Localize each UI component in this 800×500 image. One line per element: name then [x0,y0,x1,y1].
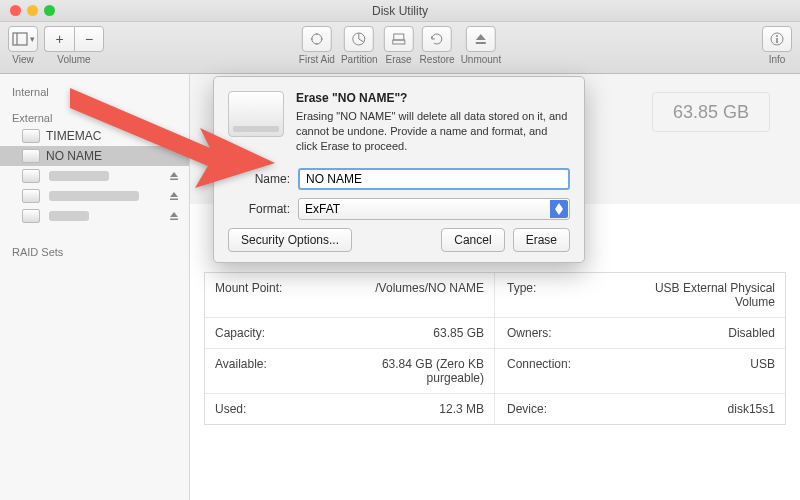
table-row: Mount Point: /Volumes/NO NAME Type: USB … [205,273,785,318]
drive-icon [22,169,40,183]
toolbar-label: Erase [386,54,412,65]
view-sidebar-button[interactable]: ▾ [8,26,38,52]
plus-icon: + [55,31,63,47]
table-row: Used: 12.3 MB Device: disk15s1 [205,394,785,424]
sidebar-header-raid: RAID Sets [0,240,189,260]
detail-key: Type: [495,273,623,317]
sidebar-item-timemac[interactable]: TIMEMAC [0,126,189,146]
eject-icon[interactable] [169,190,179,204]
button-label: Erase [526,233,557,247]
svg-rect-5 [394,34,404,40]
toolbar-label: Info [769,54,786,65]
drive-icon [22,129,40,143]
detail-value: /Volumes/NO NAME [344,273,495,317]
detail-key: Capacity: [205,318,344,348]
name-field-label: Name: [228,172,290,186]
chevron-down-icon: ▾ [30,34,35,44]
sidebar-item-no-name[interactable]: NO NAME [0,146,189,166]
erase-dialog: Erase "NO NAME"? Erasing "NO NAME" will … [213,76,585,263]
volume-add-button[interactable]: + [44,26,74,52]
restore-icon [429,31,445,47]
unmount-button[interactable] [466,26,496,52]
info-icon [769,31,785,47]
detail-value: 63.84 GB (Zero KB purgeable) [344,349,495,393]
svg-point-8 [776,35,778,37]
svg-rect-9 [776,38,778,43]
security-options-button[interactable]: Security Options... [228,228,352,252]
detail-value: USB External Physical Volume [623,273,785,317]
button-label: Cancel [454,233,491,247]
toolbar-label: First Aid [299,54,335,65]
toolbar-label: View [12,54,34,65]
redacted-label [49,191,139,201]
redacted-label [49,171,109,181]
sidebar-item[interactable] [0,206,189,226]
volume-group: + − Volume [44,26,104,65]
cancel-button[interactable]: Cancel [441,228,504,252]
name-input[interactable] [298,168,570,190]
format-field-label: Format: [228,202,290,216]
detail-value: 63.85 GB [344,318,495,348]
erase-button[interactable] [384,26,414,52]
sidebar-item[interactable] [0,166,189,186]
detail-key: Used: [205,394,344,424]
first-aid-button[interactable] [302,26,332,52]
eject-icon[interactable] [169,170,179,184]
sidebar-icon [12,31,28,47]
partition-button[interactable] [344,26,374,52]
detail-key: Owners: [495,318,623,348]
drive-large-icon [228,91,284,137]
info-button[interactable] [762,26,792,52]
svg-rect-6 [476,42,486,44]
dialog-title: Erase "NO NAME"? [296,91,570,105]
svg-rect-4 [393,40,405,44]
format-select[interactable]: ExFAT [298,198,570,220]
format-select-value: ExFAT [305,202,340,216]
sidebar-item[interactable] [0,186,189,206]
eject-icon [473,31,489,47]
erase-icon [391,31,407,47]
detail-key: Device: [495,394,623,424]
dialog-body: Erasing "NO NAME" will delete all data s… [296,109,570,154]
eject-icon[interactable] [169,210,179,224]
redacted-label [49,211,89,221]
toolbar-label: Unmount [461,54,502,65]
first-aid-icon [309,31,325,47]
sidebar-item-label: TIMEMAC [46,129,101,143]
restore-button[interactable] [422,26,452,52]
toolbar-label: Partition [341,54,378,65]
svg-rect-12 [170,219,178,221]
detail-value: disk15s1 [623,394,785,424]
svg-rect-0 [13,33,27,45]
volume-remove-button[interactable]: − [74,26,104,52]
table-row: Capacity: 63.85 GB Owners: Disabled [205,318,785,349]
detail-key: Mount Point: [205,273,344,317]
toolbar: ▾ View + − Volume First Aid Partition Er… [0,22,800,74]
drive-icon [22,149,40,163]
minus-icon: − [85,31,93,47]
sidebar-header-internal: Internal [0,80,189,100]
drive-icon [22,209,40,223]
sidebar-item-label: NO NAME [46,149,102,163]
detail-key: Available: [205,349,344,393]
detail-value: USB [623,349,785,393]
svg-rect-10 [170,179,178,181]
sidebar: Internal External TIMEMAC NO NAME RAID S… [0,74,190,500]
erase-confirm-button[interactable]: Erase [513,228,570,252]
button-label: Security Options... [241,233,339,247]
view-group: ▾ View [8,26,38,65]
toolbar-label: Volume [57,54,90,65]
partition-icon [351,31,367,47]
detail-key: Connection: [495,349,623,393]
sidebar-header-external: External [0,106,189,126]
table-row: Available: 63.84 GB (Zero KB purgeable) … [205,349,785,394]
window-titlebar: Disk Utility [0,0,800,22]
select-stepper-icon [550,200,568,218]
detail-value: Disabled [623,318,785,348]
window-title: Disk Utility [0,4,800,18]
toolbar-label: Restore [420,54,455,65]
svg-rect-11 [170,199,178,201]
drive-icon [22,189,40,203]
svg-point-2 [312,34,322,44]
volume-details-table: Mount Point: /Volumes/NO NAME Type: USB … [204,272,786,425]
